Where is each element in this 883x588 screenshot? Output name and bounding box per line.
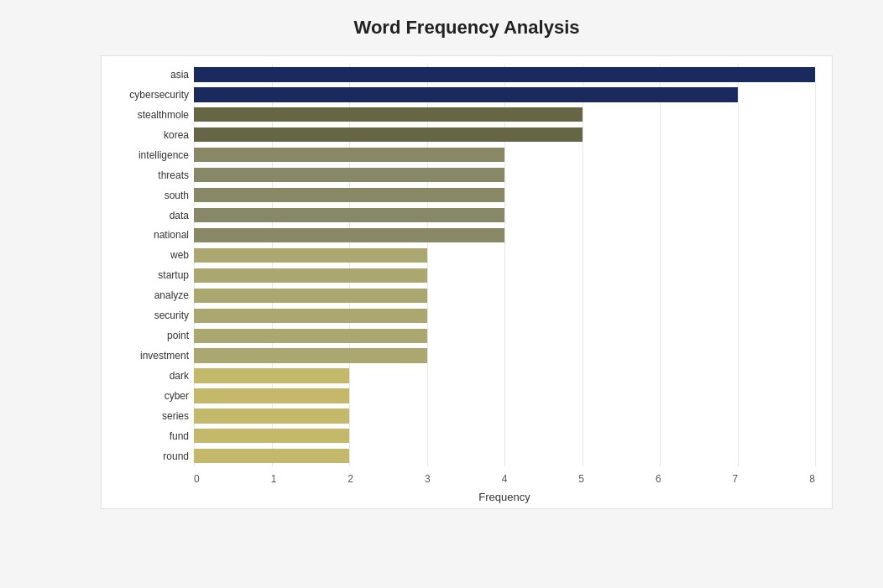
bar-row: south — [194, 185, 815, 205]
chart-inner: asiacybersecuritystealthmolekoreaintelli… — [102, 56, 832, 508]
bar-label: security — [110, 310, 194, 321]
bar — [194, 329, 427, 343]
bar-label: cyber — [110, 390, 194, 402]
bar-label: threats — [110, 169, 194, 181]
bar — [194, 148, 504, 162]
x-tick-label: 0 — [194, 473, 200, 485]
bar — [194, 368, 349, 382]
bar-row: series — [194, 406, 815, 425]
bar — [194, 208, 504, 222]
bar-row: round — [194, 446, 815, 466]
bar-label: fund — [110, 430, 194, 442]
x-tick-label: 3 — [425, 473, 431, 485]
bar-label: dark — [110, 370, 194, 382]
x-tick-label: 5 — [578, 473, 584, 485]
bar-label: round — [110, 450, 194, 462]
chart-title: Word Frequency Analysis — [101, 17, 833, 39]
bar-row: stealthmole — [194, 105, 815, 124]
x-tick-label: 6 — [656, 473, 661, 485]
bar-label: analyze — [110, 289, 194, 301]
bar-row: cybersecurity — [194, 85, 815, 104]
x-tick-label: 1 — [271, 473, 277, 485]
bar-row: data — [194, 206, 815, 225]
bar-row: fund — [194, 426, 815, 445]
bar-label: point — [110, 330, 194, 341]
bar-row: security — [194, 306, 815, 325]
bar — [194, 67, 815, 81]
x-tick-label: 7 — [733, 473, 739, 485]
bar — [194, 87, 738, 101]
bar — [194, 107, 583, 122]
bar-row: dark — [194, 367, 815, 386]
x-axis: 012345678 — [194, 473, 815, 485]
bar-row: startup — [194, 266, 815, 285]
x-axis-title: Frequency — [194, 491, 815, 503]
bar-label: national — [110, 229, 194, 241]
bar — [194, 168, 504, 182]
bar-label: cybersecurity — [110, 89, 194, 101]
bar-label: asia — [110, 69, 194, 81]
bar-row: investment — [194, 346, 815, 366]
bar — [194, 248, 427, 263]
bar-row: analyze — [194, 286, 815, 305]
bar — [194, 127, 583, 142]
bar — [194, 408, 349, 423]
bar-row: national — [194, 226, 815, 245]
bar — [194, 309, 427, 323]
bar-label: stealthmole — [110, 109, 194, 121]
bar — [194, 348, 427, 362]
bar-row: threats — [194, 165, 815, 185]
bar-label: korea — [110, 129, 194, 141]
bar — [194, 268, 427, 283]
bar-label: data — [110, 210, 194, 221]
bar — [194, 388, 349, 403]
bar-row: korea — [194, 125, 815, 144]
bars-container: asiacybersecuritystealthmolekoreaintelli… — [194, 65, 815, 466]
bar-row: intelligence — [194, 145, 815, 164]
bar — [194, 449, 349, 463]
bar — [194, 289, 427, 303]
bar-label: south — [110, 190, 194, 201]
bar-label: intelligence — [110, 149, 194, 161]
bar — [194, 429, 349, 443]
bar-label: web — [110, 249, 194, 261]
bar-row: asia — [194, 65, 815, 84]
bar-label: series — [110, 410, 194, 422]
bar-label: investment — [110, 350, 194, 362]
x-tick-label: 2 — [347, 473, 353, 485]
x-tick-label: 8 — [809, 473, 815, 485]
grid-line — [815, 65, 816, 466]
chart-container: Word Frequency Analysis asiacybersecurit… — [0, 0, 883, 588]
bar-label: startup — [110, 269, 194, 281]
bar — [194, 188, 504, 202]
bar — [194, 228, 504, 242]
bar-row: cyber — [194, 386, 815, 405]
bar-row: point — [194, 326, 815, 346]
bar-row: web — [194, 246, 815, 265]
chart-area: asiacybersecuritystealthmolekoreaintelli… — [101, 55, 833, 509]
x-tick-label: 4 — [502, 473, 508, 485]
